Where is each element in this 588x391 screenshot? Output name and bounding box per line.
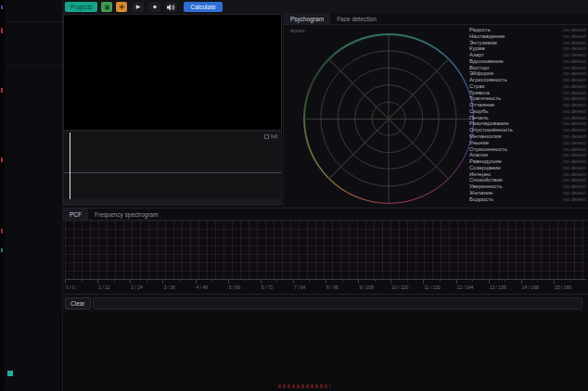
axis-tick [554, 280, 555, 284]
emotion-name: Азарт [469, 52, 484, 58]
play-button[interactable]: ▶ [132, 2, 144, 12]
spectrogram-tabbar: PCF Frequency spectrogram [63, 208, 588, 221]
axis-label: 3 / 36 [163, 284, 175, 290]
stop-button[interactable]: ■ [148, 2, 160, 12]
axis-tick [489, 280, 490, 284]
axis-tick [521, 280, 522, 284]
emotion-row: Скорбьno detect [469, 108, 586, 115]
axis-tick [196, 280, 197, 284]
axis-tick [97, 280, 98, 284]
emotion-row: Восторгno detect [469, 65, 586, 71]
emotion-row: Апатияno detect [469, 152, 586, 158]
full-checkbox[interactable] [264, 134, 269, 139]
sidebar-divider [5, 65, 62, 66]
volume-button[interactable] [165, 2, 177, 12]
emotion-status: no detect [563, 33, 586, 40]
emotion-row: Куражno detect [469, 45, 586, 52]
emotion-name: Скорбь [469, 108, 488, 115]
calculate-button[interactable]: Calculate [184, 2, 222, 12]
edge-marker [1, 248, 3, 252]
projects-button[interactable]: Projects [65, 2, 97, 12]
emotion-name: Кураж [469, 45, 485, 52]
stop-icon: ■ [153, 2, 157, 12]
emotion-status: no detect [563, 83, 586, 90]
emotion-row: Меланхолияno detect [469, 133, 586, 140]
emotion-status: no detect [563, 27, 586, 33]
edge-marker [1, 229, 3, 233]
footer-bar: Clear [63, 294, 588, 312]
psychogram-tabbar: Psychogram Face detection [284, 13, 588, 25]
waveform-scrollbar[interactable] [64, 199, 281, 205]
sidebar-divider [5, 21, 62, 22]
axis-label: 11 / 132 [424, 284, 441, 290]
emotion-name: Агрессивность [469, 77, 507, 83]
emotion-name: Эйфория [469, 70, 493, 77]
edge-marker [1, 158, 3, 162]
toolbar: Projects ▣ ✚ ▶ ■ Calculate [63, 0, 588, 14]
emotion-status: no detect [563, 165, 586, 171]
emotion-name: Восторг [469, 65, 490, 71]
emotion-status: no detect [563, 183, 586, 190]
axis-tick [293, 280, 294, 284]
emotion-name: Страх [469, 83, 485, 90]
axis-tick-minor [211, 280, 212, 282]
emotion-row: Спокойствиеno detect [469, 177, 586, 183]
emotion-name: Меланхолия [469, 133, 502, 140]
emotion-status: no detect [563, 52, 586, 58]
emotion-name: Опустошённость [469, 127, 513, 133]
emotion-name: Радость [469, 27, 491, 33]
axis-tick [228, 280, 229, 284]
emotion-row: Интересno detect [469, 171, 586, 178]
image-button[interactable]: ▣ [101, 2, 112, 12]
emotion-row: Желаниеno detect [469, 190, 586, 196]
tab-psychogram[interactable]: Psychogram [284, 13, 330, 24]
emotion-row: Азартno detect [469, 52, 586, 58]
axis-tick-minor [276, 280, 277, 282]
emotion-row: Энтузиазмno detect [469, 40, 586, 46]
emotion-name: Энтузиазм [469, 40, 497, 46]
emotion-row: Созерцаниеno detect [469, 165, 586, 171]
emotion-row: Вдохновениеno detect [469, 58, 586, 65]
add-button[interactable]: ✚ [116, 2, 127, 12]
edge-marker [1, 88, 3, 93]
tab-face-detection[interactable]: Face detection [330, 13, 383, 24]
emotion-name: Спокойствие [469, 177, 503, 183]
emotion-status: no detect [563, 140, 586, 146]
emotion-row: Трагичностьno detect [469, 95, 586, 102]
emotion-status: no detect [563, 45, 586, 52]
emotion-row: Агрессивностьno detect [469, 77, 586, 83]
add-icon: ✚ [120, 2, 125, 12]
tab-frequency-spectrogram[interactable]: Frequency spectrogram [88, 208, 165, 220]
axis-tick-minor [179, 280, 180, 282]
emotion-name: Отчаяние [469, 102, 494, 108]
axis-label: 8 / 96 [326, 284, 339, 290]
emotion-list: Радостьno detectНаслаждениеno detectЭнту… [469, 27, 586, 202]
emotion-name: Апатия [469, 152, 488, 158]
emotion-name: Желание [469, 190, 492, 196]
full-checkbox-group[interactable]: full [264, 133, 277, 139]
emotion-name: Отрешенность [469, 146, 507, 153]
axis-tick [261, 280, 262, 284]
axis-tick-minor [472, 280, 473, 282]
axis-label: 13 / 156 [490, 284, 506, 290]
axis-tick [162, 280, 163, 284]
waveform-panel[interactable]: full [63, 131, 282, 206]
emotion-status: no detect [563, 190, 586, 196]
axis-tick [326, 280, 326, 284]
emotion-status: no detect [563, 58, 586, 65]
log-input[interactable] [93, 297, 582, 309]
emotion-row: Страхno detect [469, 83, 586, 90]
video-preview [63, 14, 282, 131]
tab-pcf[interactable]: PCF [63, 208, 88, 220]
emotion-row: Отрешенностьno detect [469, 146, 586, 153]
status-text-red [278, 385, 330, 388]
emotion-status: no detect [563, 70, 586, 77]
axis-label: 6 / 72 [262, 284, 274, 290]
emotion-name: Вдохновение [469, 58, 504, 65]
playhead[interactable] [70, 132, 70, 199]
axis-tick-minor [82, 280, 83, 282]
edge-marker [1, 28, 3, 33]
spectrogram-axis: 0 / 01 / 122 / 243 / 364 / 485 / 606 / 7… [65, 279, 586, 293]
axis-tick [423, 280, 424, 284]
clear-button[interactable]: Clear [65, 297, 91, 309]
